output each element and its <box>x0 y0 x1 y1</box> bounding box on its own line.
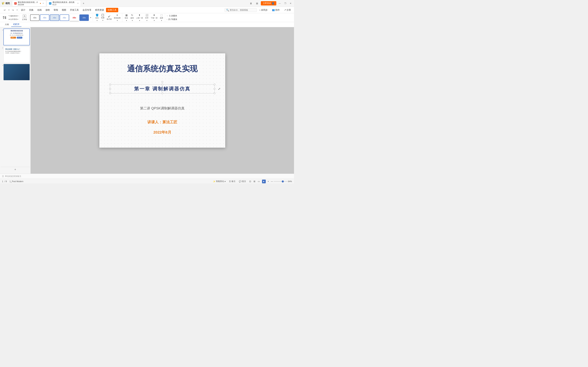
shape-effect-button[interactable]: ✦ 形状效果 ▾ <box>113 13 121 22</box>
handle-mid-left[interactable] <box>109 88 111 90</box>
outline-button[interactable]: 轮廓 ▾ <box>100 13 105 22</box>
monitor-icon[interactable]: 🖥 <box>249 1 253 6</box>
edit-shape-btn[interactable]: ✎ 编辑形状 ▾ <box>8 14 19 17</box>
handle-mid-right[interactable] <box>214 88 215 90</box>
tab-2[interactable]: P 通信系统仿真及实...器仿真 V1.0 ✕ <box>47 0 81 7</box>
undo-button[interactable]: ↩ <box>2 8 8 12</box>
minimize-button[interactable]: — <box>278 1 282 5</box>
handle-bot-left[interactable] <box>109 92 111 94</box>
play-button[interactable]: ▶ <box>262 180 266 183</box>
menu-switch[interactable]: 切换 <box>27 8 35 12</box>
textbox-icon: A <box>23 15 26 18</box>
sidebar: 1 通信系统仿真及实现 第一章 调制解调器仿真 第二讲 QPSK调制解调器仿真 … <box>0 27 31 174</box>
menu-resources[interactable]: 稻壳资源 <box>93 8 106 12</box>
style-button-6[interactable]: Abc <box>79 14 89 21</box>
slide-canvas[interactable]: 通信系统仿真及实现 ⤢ 第一章 调制解调器 <box>99 53 225 148</box>
shape-draw-group[interactable] <box>2 16 8 19</box>
merge-shape-btn[interactable]: ⊕ 合并形状 ▾ <box>8 18 19 21</box>
height-icon: ↕ <box>166 18 167 21</box>
redo-button[interactable]: ↪ <box>10 8 16 12</box>
zoom-thumb[interactable] <box>282 180 284 183</box>
redo-icon: ↪ <box>12 9 14 11</box>
menu-collab[interactable]: 👥 协作 <box>270 8 281 12</box>
menu-share[interactable]: ↗ 分享 <box>282 8 293 12</box>
menu-drawtool[interactable]: 绘图工具 <box>106 8 118 12</box>
align-button[interactable]: ⬜ 对齐 ▾ <box>144 13 150 22</box>
menu-slideshow[interactable]: 放映 <box>44 8 52 12</box>
tab-outline[interactable]: 大纲 <box>3 22 11 27</box>
search-box[interactable]: 🔍 <box>225 8 257 12</box>
notes-btn-label: 备注 <box>231 180 235 183</box>
style-button-3[interactable]: Abc <box>50 14 59 21</box>
fill-button[interactable]: 🪣 填充 ▾ <box>94 13 100 22</box>
reading-view-btn[interactable]: ▭ <box>257 180 261 183</box>
normal-view-btn[interactable]: ⊡ <box>248 180 252 183</box>
tab-2-close[interactable]: ✕ <box>77 2 79 4</box>
textbox-button[interactable]: A 文本框 <box>21 14 28 21</box>
more-styles-button[interactable]: ▾ <box>89 16 92 19</box>
style-button-1[interactable]: Abc <box>30 14 39 21</box>
group-arrow: ▾ <box>126 19 127 21</box>
tab-1[interactable]: P 通信系统仿真及实现....0 202208 ✕ <box>12 0 46 7</box>
menu-animation[interactable]: 动画 <box>35 8 43 12</box>
comment-button[interactable]: 💬 批注 <box>238 180 247 183</box>
rotate-handle[interactable] <box>162 81 163 83</box>
format-brush-button[interactable]: 🖌 格式刷 <box>106 14 113 21</box>
add-tab-button[interactable]: + <box>81 1 86 5</box>
zoom-reduce-icon[interactable]: — <box>271 180 273 183</box>
play-dropdown[interactable]: ▾ <box>267 180 269 183</box>
thumb1-subtitle: 第一章 调制解调器仿真 <box>5 33 28 34</box>
collab-icon: 👥 <box>272 9 275 11</box>
handle-bot-right[interactable] <box>214 92 215 94</box>
menu-design[interactable]: 设计 <box>19 8 27 12</box>
merge-shape-label: 合并形状 <box>10 18 17 21</box>
notes-placeholder: 单击此处添加备注 <box>5 175 21 178</box>
merge-shape-arrow: ▾ <box>17 18 18 20</box>
login-button[interactable]: 立即登录 👤 <box>261 1 276 5</box>
slide-thumbnail-3[interactable] <box>3 64 30 80</box>
zoom-area: — 64% <box>271 180 292 183</box>
menu-review[interactable]: 审阅 <box>52 8 60 12</box>
select-button[interactable]: ⬚ 选择 ▾ <box>159 13 164 22</box>
tab-slides[interactable]: 幻灯片 <box>11 22 21 27</box>
menu-devtools[interactable]: 开发工具 <box>68 8 80 12</box>
move-down-button[interactable]: ⬇ 下移一层 ▾ <box>150 13 158 22</box>
style-button-2[interactable]: Abc <box>40 14 49 21</box>
style-button-4[interactable]: Abc <box>60 14 69 21</box>
restore-button[interactable]: ❐ <box>283 1 287 5</box>
add-slide-button[interactable]: + <box>1 167 30 172</box>
zoom-slider[interactable] <box>274 181 287 182</box>
close-button[interactable]: ✕ <box>289 1 293 5</box>
outline-arrow: ▾ <box>103 19 103 21</box>
slide-main-title-wrapper: 通信系统仿真及实现 <box>108 64 217 74</box>
menu-view[interactable]: 视图 <box>60 8 68 12</box>
notes-area[interactable]: ☰ 单击此处添加备注 <box>0 174 294 179</box>
handle-bot-mid[interactable] <box>162 92 163 94</box>
rotate-button[interactable]: ↻ 旋转 ▾ <box>130 13 135 22</box>
slide-thumbnail-1[interactable]: 通信系统仿真及实现 第一章 调制解调器仿真 第二讲 QPSK调制解调器仿真 讲课… <box>3 29 30 45</box>
group-button[interactable]: ▦ 组合 ▾ <box>124 13 129 22</box>
slide-thumbnail-2[interactable]: 理论仿真第一讲是什么？ 告计开发加深刻的理解通信的概念！ 才生而言，首先是助力毕… <box>3 46 30 63</box>
menu-unsync[interactable]: ↕ 未同步 <box>258 8 269 12</box>
width-icon: ↔ <box>166 15 168 17</box>
grid-icon[interactable]: ⊞ <box>255 1 259 6</box>
smart-beautify-button[interactable]: ✨ 智能美化 ▾ <box>212 180 227 183</box>
handle-top-left[interactable] <box>109 83 111 85</box>
search-input[interactable] <box>230 9 255 11</box>
more-styles-arrow: ▾ <box>90 17 91 19</box>
move-up-label: 上移一层 <box>136 17 143 19</box>
menu-member[interactable]: 会员专享 <box>81 8 93 12</box>
redo-dropdown[interactable]: ▾ <box>16 8 18 11</box>
tab-1-close[interactable]: ✕ <box>43 2 44 4</box>
style-button-5[interactable]: Abc <box>69 14 79 21</box>
handle-top-mid[interactable] <box>162 83 163 85</box>
login-label: 立即登录 <box>263 2 271 5</box>
handle-top-right[interactable] <box>214 83 215 85</box>
group-icon: ▦ <box>125 14 128 17</box>
notes-button[interactable]: ☰ 备注 <box>228 180 236 183</box>
toolbar: ✎ 编辑形状 ▾ ⊕ 合并形状 ▾ A 文本框 Abc Abc Abc <box>0 13 294 22</box>
undo-dropdown[interactable]: ▾ <box>8 8 10 11</box>
align-arrow: ▾ <box>147 19 147 21</box>
move-up-button[interactable]: ⬆ 上移一层 ▾ <box>135 13 144 22</box>
grid-view-btn[interactable]: ⊞ <box>253 180 256 183</box>
